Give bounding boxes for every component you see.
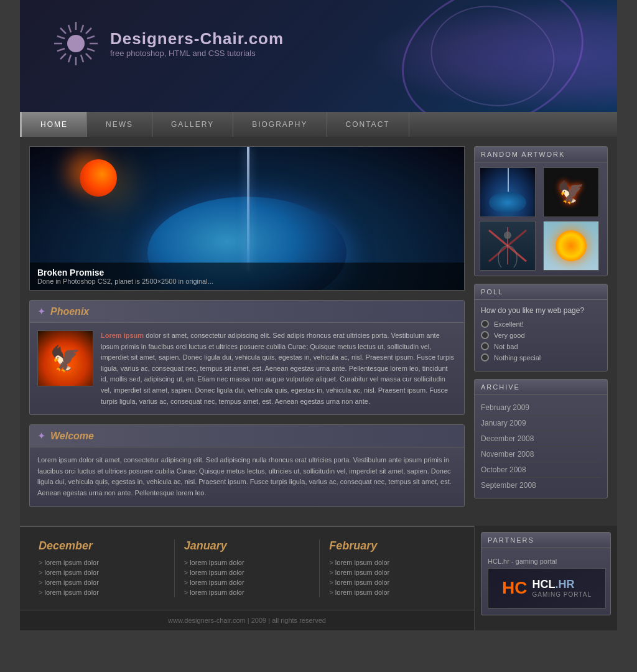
footer-bottom: www.designers-chair.com | 2009 | all rig… — [20, 610, 474, 630]
hcl-part1: HCL — [532, 578, 556, 590]
lorem-title-2: Lorem ipsum — [37, 456, 77, 464]
poll-radio-2[interactable] — [481, 331, 489, 339]
poll-option-4[interactable]: Nothing special — [481, 353, 601, 362]
footer-partners: PARTNERS HCL.hr - gaming portal HC HCL.H… — [474, 526, 617, 630]
archive-item-5[interactable]: September 2008 — [481, 478, 601, 493]
partners-box: PARTNERS HCL.hr - gaming portal HC HCL.H… — [481, 532, 611, 615]
footer-col-december: December lorem ipsum dolor lorem ipsum d… — [29, 539, 175, 597]
post-phoenix-content: 🦅 Lorem ipsum dolor sit amet, consectetu… — [30, 323, 464, 414]
beam-graphic — [247, 147, 249, 271]
footer-col-february-title: February — [329, 539, 455, 553]
lorem-title-1: Lorem ipsum — [101, 332, 144, 339]
post-welcome-icon: ✦ — [37, 430, 45, 442]
archive-box: ARCHIVE February 2009 January 2009 Decem… — [474, 379, 608, 498]
footer-feb-link-2[interactable]: lorem ipsum dolor — [329, 567, 455, 577]
artwork-4[interactable] — [543, 221, 599, 271]
post-phoenix-thumbnail: 🦅 — [37, 330, 93, 386]
random-artwork-title: RANDOM ARTWORK — [475, 147, 607, 162]
svg-line-12 — [81, 55, 83, 62]
archive-item-0[interactable]: February 2009 — [481, 400, 601, 416]
nav-news[interactable]: NEWS — [87, 112, 152, 137]
post-welcome-content: Lorem ipsum dolor sit amet, consectetur … — [30, 447, 464, 506]
poll-radio-4[interactable] — [481, 353, 489, 362]
poll-question: How do you like my web page? — [481, 306, 601, 315]
archive-content: February 2009 January 2009 December 2008… — [475, 395, 607, 498]
poll-radio-1[interactable] — [481, 320, 489, 328]
post-welcome-body-text: dolor sit amet, consectetur adipiscing e… — [37, 456, 452, 497]
svg-line-9 — [57, 36, 65, 39]
post-phoenix-text: Lorem ipsum dolor sit amet, consectetur … — [101, 330, 457, 407]
artwork-1[interactable] — [480, 167, 536, 217]
footer-feb-link-1[interactable]: lorem ipsum dolor — [329, 558, 455, 567]
hcl-logo-icon: HC — [502, 578, 527, 598]
content-area: Broken Promise Done in Photoshop CS2, pl… — [29, 146, 465, 516]
footer-jan-link-3[interactable]: lorem ipsum dolor — [184, 577, 310, 587]
partners-content: HCL.hr - gaming portal HC HCL.HR GAMING … — [481, 551, 610, 615]
footer-col-january-title: January — [184, 539, 310, 553]
poll-radio-3[interactable] — [481, 342, 489, 350]
navigation: HOME NEWS GALLERY BIOGRAPHY CONTACT — [20, 112, 617, 137]
svg-line-5 — [60, 28, 66, 34]
post-phoenix: ✦ Phoenix 🦅 Lorem ipsum dolor sit amet, … — [29, 300, 465, 415]
svg-line-6 — [86, 54, 91, 59]
post-icon: ✦ — [37, 306, 45, 317]
partners-link[interactable]: HCL.hr - gaming portal — [488, 558, 604, 565]
hcl-subtext: GAMING PORTAL — [532, 591, 592, 598]
svg-line-15 — [81, 25, 83, 32]
sidebar: RANDOM ARTWORK 🦅 — [474, 146, 608, 516]
featured-caption: Broken Promise Done in Photoshop CS2, pl… — [30, 263, 464, 290]
footer-col-january: January lorem ipsum dolor lorem ipsum do… — [175, 539, 320, 597]
hcl-part2: .HR — [556, 578, 575, 590]
partners-title: PARTNERS — [481, 533, 610, 548]
nav-biography[interactable]: BIOGRAPHY — [233, 112, 327, 137]
poll-label-4: Nothing special — [494, 354, 541, 362]
poll-box: POLL How do you like my web page? Excell… — [474, 284, 608, 371]
featured-description: Done in Photoshop CS2, planet is 2500×25… — [37, 278, 457, 285]
footer-feb-link-4[interactable]: lorem ipsum dolor — [329, 587, 455, 597]
poll-content: How do you like my web page? Excellent! … — [475, 300, 607, 371]
nav-gallery[interactable]: GALLERY — [152, 112, 233, 137]
site-title: Designers-Chair.com — [110, 29, 284, 49]
footer-jan-link-2[interactable]: lorem ipsum dolor — [184, 567, 310, 577]
hcl-banner[interactable]: HC HCL.HR GAMING PORTAL — [488, 568, 606, 609]
meteor-graphic — [80, 159, 117, 197]
random-artwork-box: RANDOM ARTWORK 🦅 — [474, 146, 608, 276]
footer-columns: December lorem ipsum dolor lorem ipsum d… — [20, 526, 474, 630]
footer-dec-link-1[interactable]: lorem ipsum dolor — [39, 558, 165, 567]
poll-option-2[interactable]: Very good — [481, 331, 601, 339]
header-text: Designers-Chair.com free photoshop, HTML… — [110, 29, 284, 58]
artwork-3[interactable] — [480, 221, 536, 271]
featured-title: Broken Promise — [37, 268, 457, 278]
poll-option-3[interactable]: Not bad — [481, 342, 601, 350]
artwork-2[interactable]: 🦅 — [543, 167, 599, 217]
nav-home[interactable]: HOME — [20, 112, 87, 137]
footer-jan-link-1[interactable]: lorem ipsum dolor — [184, 558, 310, 567]
nav-contact[interactable]: CONTACT — [327, 112, 409, 137]
archive-item-1[interactable]: January 2009 — [481, 416, 601, 431]
art3-graphic — [483, 224, 532, 268]
footer-col-february: February lorem ipsum dolor lorem ipsum d… — [320, 539, 465, 597]
footer-row: December lorem ipsum dolor lorem ipsum d… — [20, 526, 617, 630]
poll-option-1[interactable]: Excellent! — [481, 320, 601, 328]
footer-feb-link-3[interactable]: lorem ipsum dolor — [329, 577, 455, 587]
svg-line-10 — [87, 49, 95, 51]
archive-item-4[interactable]: October 2008 — [481, 462, 601, 478]
footer-jan-link-4[interactable]: lorem ipsum dolor — [184, 587, 310, 597]
footer-dec-link-3[interactable]: lorem ipsum dolor — [39, 577, 165, 587]
svg-line-13 — [87, 36, 95, 39]
footer-dec-link-4[interactable]: lorem ipsum dolor — [39, 587, 165, 597]
svg-line-14 — [57, 49, 65, 51]
poll-title: POLL — [475, 284, 607, 300]
archive-item-3[interactable]: November 2008 — [481, 447, 601, 462]
poll-label-1: Excellent! — [494, 320, 524, 328]
post-phoenix-header: ✦ Phoenix — [30, 301, 464, 323]
svg-line-16 — [68, 55, 71, 62]
art1-planet — [489, 192, 526, 213]
footer-dec-link-2[interactable]: lorem ipsum dolor — [39, 567, 165, 577]
site-subtitle: free photoshop, HTML and CSS tutorials — [110, 49, 284, 58]
archive-item-2[interactable]: December 2008 — [481, 431, 601, 447]
archive-title: ARCHIVE — [475, 380, 607, 395]
hcl-brand: HCL.HR — [532, 578, 592, 591]
copyright-text: www.designers-chair.com | 2009 | all rig… — [168, 617, 326, 624]
poll-label-2: Very good — [494, 332, 525, 339]
